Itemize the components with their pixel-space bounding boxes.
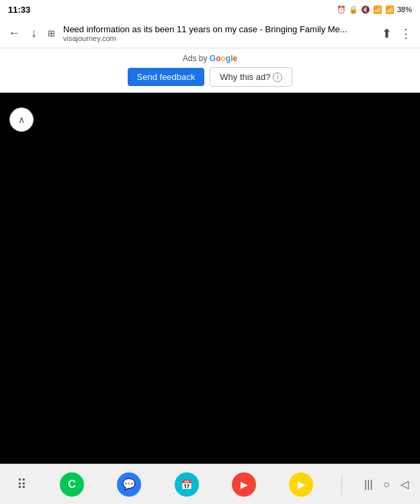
signal-icon: 📶 [385,5,394,14]
down-button[interactable]: ↓ [28,24,40,43]
back-button[interactable]: ← [5,24,23,43]
ad-by-google-label: Ads by Google [183,54,237,63]
browser-back-button[interactable]: ◁ [401,478,409,491]
chevron-up-icon: ∧ [18,114,25,125]
nav-actions: ⬆ ⋮ [379,24,415,44]
ad-buttons: Send feedback Why this ad? i [128,67,293,87]
info-icon: i [273,73,282,82]
bottom-nav: ⠿ C 💬 📅 ▶ ▶ ||| ○ ◁ [0,464,420,504]
status-icons: ⏰ 🔒 🔇 📶 📶 38% [337,5,412,14]
apps-button[interactable]: ⠿ [11,474,32,495]
apps-icon: ⠿ [17,476,27,493]
video-app-icon: ▶ [232,472,256,497]
share-button[interactable]: ⬆ [379,24,394,44]
ad-bar: Ads by Google Send feedback Why this ad?… [0,48,420,93]
nav-bar: ← ↓ ⊞ Need information as its been 11 ye… [0,19,420,48]
nav-title-area: Need information as its been 11 years on… [63,24,374,42]
cal-app-button[interactable]: 📅 [169,470,204,499]
send-feedback-button[interactable]: Send feedback [128,68,205,86]
play-app-icon: ▶ [289,472,313,497]
lock-icon: 🔒 [349,5,358,14]
mute-icon: 🔇 [361,5,370,14]
why-ad-button[interactable]: Why this ad? i [210,67,292,87]
browser-recents-button[interactable]: ||| [364,478,372,491]
page-domain: visajourney.com [63,34,374,42]
menu-button[interactable]: ⋮ [397,24,415,44]
wifi-icon: 📶 [373,5,382,14]
play-app-button[interactable]: ▶ [284,470,319,499]
speech-app-button[interactable]: 💬 [112,470,146,499]
alarm-icon: ⏰ [337,5,346,14]
status-time: 11:33 [8,5,30,15]
battery-level: 38% [397,5,412,13]
status-bar: 11:33 ⏰ 🔒 🔇 📶 📶 38% [0,0,420,19]
page-title: Need information as its been 11 years on… [63,24,374,34]
browser-home-button[interactable]: ○ [384,478,390,491]
tabs-button[interactable]: ⊞ [45,26,58,41]
nav-divider [341,474,342,495]
cal-app-icon: 📅 [175,472,199,497]
phone-app-icon: C [60,472,84,497]
scroll-up-button[interactable]: ∧ [9,108,34,132]
browser-controls: ||| ○ ◁ [364,478,409,491]
video-app-button[interactable]: ▶ [226,470,261,499]
phone-app-button[interactable]: C [54,470,89,499]
speech-app-icon: 💬 [117,472,141,497]
why-ad-label: Why this ad? [220,72,270,82]
